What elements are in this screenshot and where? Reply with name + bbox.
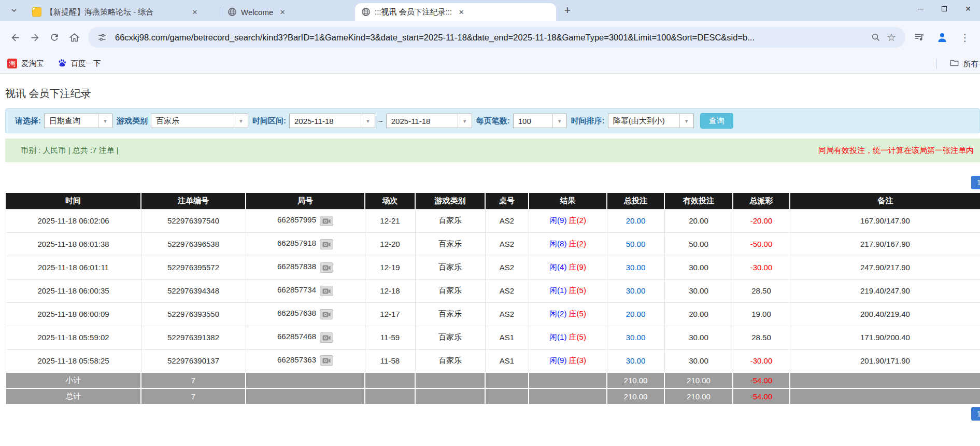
video-replay-button[interactable] — [320, 332, 333, 343]
range-separator: ~ — [378, 117, 383, 126]
date-range-label: 时间区间: — [252, 116, 286, 126]
cell-bet-id: 522976391382 — [141, 326, 246, 349]
total-bet-link[interactable]: 30.00 — [626, 333, 646, 342]
profile-avatar-button[interactable] — [932, 27, 952, 47]
cell-session: 12-19 — [365, 256, 415, 279]
tab-close-button[interactable]: ✕ — [456, 7, 466, 17]
cell-table-no: AS2 — [485, 256, 529, 279]
mode-select[interactable]: 日期查询 ▼ — [44, 114, 112, 128]
table-row: 2025-11-18 05:59:02 522976391382 6628574… — [6, 326, 980, 349]
window-minimize-button[interactable] — [908, 0, 932, 18]
bookmarks-bar: 淘 爱淘宝 百度一下 所有书签 — [0, 54, 980, 74]
total-bet-link[interactable]: 50.00 — [626, 240, 646, 248]
date-end-select[interactable]: 2025-11-18 ▼ — [386, 114, 472, 128]
bookmark-star-icon[interactable]: ☆ — [884, 30, 899, 45]
pagination-top: 1 — [5, 176, 980, 189]
result-banker: 庄(2) — [569, 216, 586, 225]
total-bet-link[interactable]: 20.00 — [626, 216, 646, 225]
video-camera-icon — [322, 264, 331, 271]
tab-welcome[interactable]: Welcome ✕ — [221, 3, 355, 21]
bookmark-baidu[interactable]: 百度一下 — [58, 58, 101, 69]
tab-divider — [220, 7, 220, 17]
cell-time: 2025-11-18 06:00:35 — [6, 279, 141, 302]
sort-select-value: 降幂(由大到小) — [608, 114, 679, 128]
tab-title: Welcome — [241, 8, 273, 17]
taobao-icon: 淘 — [7, 59, 17, 68]
cell-round-id: 662857838 — [246, 256, 365, 279]
video-camera-icon — [322, 218, 331, 224]
chevron-down-icon: ▼ — [552, 114, 566, 128]
all-bookmarks[interactable]: 所有书签 — [936, 54, 980, 74]
tab-search-button[interactable] — [6, 3, 22, 18]
bet-records-table: 时间注单编号局号场次游戏类别桌号结果总投注有效投注总派彩备注 2025-11-1… — [5, 193, 980, 405]
total-bet-link[interactable]: 20.00 — [626, 310, 646, 318]
cell-valid-bet: 50.00 — [664, 232, 733, 256]
tab-forum[interactable]: 【新提醒】海燕策略论坛 - 综合 ✕ — [26, 3, 219, 21]
reload-button[interactable] — [45, 27, 64, 47]
total-bet-link[interactable]: 30.00 — [626, 263, 646, 272]
summary-payout: -54.00 — [733, 372, 790, 388]
cell-table-no: AS2 — [485, 302, 529, 326]
forward-button[interactable] — [25, 27, 45, 47]
window-maximize-button[interactable] — [932, 0, 956, 18]
site-settings-tune-icon[interactable] — [94, 30, 110, 45]
cell-session: 12-20 — [365, 232, 415, 256]
total-bet-link[interactable]: 30.00 — [626, 286, 646, 295]
valid-bet-notice-text: 同局有效投注，统一计算在该局第一张注单内 — [818, 146, 974, 156]
table-row: 2025-11-18 06:00:35 522976394348 6628577… — [6, 279, 980, 302]
all-bookmarks-label: 所有书签 — [963, 59, 980, 69]
tab-bet-records-active[interactable]: :::视讯 会员下注纪录::: ✕ — [355, 3, 556, 21]
url-text[interactable]: 66cxkj98.com/game/betrecord_search/kind3… — [115, 33, 863, 43]
result-player: 闲(1) — [549, 332, 566, 341]
address-bar[interactable]: 66cxkj98.com/game/betrecord_search/kind3… — [88, 27, 905, 48]
video-replay-button[interactable] — [320, 355, 333, 366]
game-type-select[interactable]: 百家乐 ▼ — [151, 114, 248, 128]
table-row: 2025-11-18 06:00:09 522976393550 6628576… — [6, 302, 980, 326]
toolbar-right-icons: ⋮ — [910, 27, 975, 47]
game-type-select-value: 百家乐 — [151, 114, 234, 128]
result-player: 闲(1) — [549, 286, 566, 295]
page-1-button[interactable]: 1 — [971, 176, 980, 189]
tab-title: :::视讯 会员下注纪录::: — [375, 7, 452, 17]
tab-strip: 【新提醒】海燕策略论坛 - 综合 ✕ Welcome ✕ :::视讯 会员下注纪… — [0, 0, 980, 21]
cell-bet-id: 522976396538 — [141, 232, 246, 256]
cell-total-bet: 30.00 — [607, 326, 664, 349]
video-replay-button[interactable] — [320, 239, 333, 249]
home-button[interactable] — [64, 27, 84, 47]
total-bet-link[interactable]: 30.00 — [626, 356, 646, 365]
bookmark-taobao[interactable]: 淘 爱淘宝 — [7, 59, 44, 68]
cell-session: 12-21 — [365, 209, 415, 232]
date-start-select[interactable]: 2025-11-18 ▼ — [289, 114, 375, 128]
video-replay-button[interactable] — [320, 216, 333, 226]
tab-close-button[interactable]: ✕ — [190, 7, 200, 17]
window-close-button[interactable]: ✕ — [956, 0, 980, 18]
video-replay-button[interactable] — [320, 262, 333, 273]
baidu-paw-icon — [58, 58, 67, 69]
cell-table-no: AS2 — [485, 209, 529, 232]
cell-total-bet: 50.00 — [607, 232, 664, 256]
video-replay-button[interactable] — [320, 286, 333, 296]
sort-select[interactable]: 降幂(由大到小) ▼ — [608, 114, 694, 128]
column-header: 游戏类别 — [415, 193, 485, 209]
media-controls-button[interactable] — [910, 27, 929, 47]
back-button[interactable] — [5, 27, 25, 47]
new-tab-button[interactable]: + — [560, 3, 575, 18]
video-replay-button[interactable] — [320, 309, 333, 319]
summary-total-bet: 210.00 — [607, 372, 664, 388]
page-size-select[interactable]: 100 ▼ — [513, 114, 567, 128]
cell-table-no: AS1 — [485, 326, 529, 349]
chevron-down-icon — [10, 6, 18, 15]
column-header: 注单编号 — [141, 193, 246, 209]
page-content: 视讯 会员下注纪录 请选择: 日期查询 ▼ 游戏类别 百家乐 ▼ 时间区间: 2… — [0, 74, 980, 421]
browser-menu-button[interactable]: ⋮ — [955, 27, 975, 47]
tab-close-button[interactable]: ✕ — [277, 7, 288, 17]
zoom-search-icon[interactable] — [868, 30, 884, 45]
cell-round-id: 662857918 — [246, 232, 365, 256]
result-player: 闲(9) — [549, 216, 566, 225]
bookmarks-divider — [936, 59, 937, 69]
cell-total-bet: 20.00 — [607, 209, 664, 232]
search-button[interactable]: 查询 — [700, 113, 733, 129]
page-1-button[interactable]: 1 — [971, 407, 980, 421]
cell-bet-id: 522976397540 — [141, 209, 246, 232]
table-row: 2025-11-18 06:02:06 522976397540 6628579… — [6, 209, 980, 232]
